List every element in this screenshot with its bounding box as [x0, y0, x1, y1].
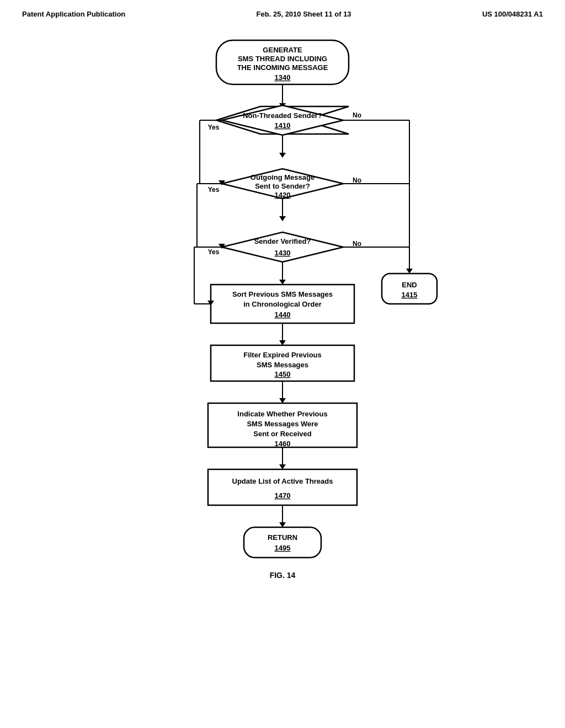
svg-text:SMS Messages Were: SMS Messages Were [247, 420, 318, 428]
svg-text:Yes: Yes [208, 124, 220, 131]
svg-text:1470: 1470 [275, 491, 291, 500]
svg-text:Yes: Yes [208, 186, 220, 194]
flowchart-svg: GENERATE SMS THREAD INCLUDING THE INCOMI… [89, 35, 476, 686]
svg-text:1410: 1410 [275, 121, 291, 130]
header-right: US 100/048231 A1 [482, 10, 543, 18]
svg-rect-63 [244, 527, 321, 558]
svg-text:Update List of Active Threads: Update List of Active Threads [232, 477, 333, 485]
svg-text:FIG. 14: FIG. 14 [270, 571, 296, 580]
svg-text:GENERATE: GENERATE [263, 46, 302, 54]
svg-text:Non-Threaded Sender?: Non-Threaded Sender? [243, 111, 322, 120]
diagram-container: GENERATE SMS THREAD INCLUDING THE INCOMI… [0, 35, 565, 686]
svg-marker-62 [279, 522, 286, 527]
svg-text:Indicate Whether Previous: Indicate Whether Previous [237, 410, 327, 418]
svg-text:THE INCOMING MESSAGE: THE INCOMING MESSAGE [237, 63, 328, 72]
svg-marker-57 [279, 464, 286, 469]
header-left: Patent Application Publication [22, 10, 125, 18]
svg-text:Sent to Sender?: Sent to Sender? [255, 182, 310, 190]
svg-marker-31 [279, 280, 286, 285]
svg-text:RETURN: RETURN [268, 533, 297, 542]
svg-text:1440: 1440 [275, 311, 291, 319]
svg-text:in Chronological Order: in Chronological Order [243, 300, 322, 308]
svg-text:Outgoing Message: Outgoing Message [250, 173, 315, 181]
header-middle: Feb. 25, 2010 Sheet 11 of 13 [257, 10, 351, 18]
svg-text:SMS THREAD INCLUDING: SMS THREAD INCLUDING [238, 55, 327, 63]
svg-text:1420: 1420 [275, 191, 291, 199]
svg-marker-50 [279, 398, 286, 403]
svg-text:1460: 1460 [275, 440, 291, 448]
svg-text:Sender Verified?: Sender Verified? [254, 237, 311, 245]
svg-text:Filter Expired Previous: Filter Expired Previous [243, 351, 322, 359]
svg-marker-14 [279, 153, 286, 158]
svg-text:END: END [402, 281, 417, 289]
svg-marker-35 [406, 269, 413, 274]
svg-text:Sent or Received: Sent or Received [253, 430, 312, 438]
svg-text:1415: 1415 [402, 291, 418, 299]
svg-text:No: No [353, 111, 361, 119]
svg-text:1340: 1340 [275, 73, 291, 82]
svg-text:1430: 1430 [275, 249, 291, 257]
svg-marker-44 [279, 340, 286, 345]
svg-text:Sort Previous SMS Messages: Sort Previous SMS Messages [232, 290, 333, 298]
header: Patent Application Publication Feb. 25, … [0, 0, 565, 18]
svg-text:SMS Messages: SMS Messages [257, 361, 308, 369]
svg-rect-58 [208, 469, 357, 505]
svg-text:1450: 1450 [275, 370, 291, 378]
svg-text:1495: 1495 [275, 544, 291, 552]
svg-text:Yes: Yes [208, 248, 220, 256]
svg-text:No: No [353, 176, 361, 184]
svg-text:No: No [353, 240, 361, 248]
svg-marker-23 [279, 216, 286, 221]
